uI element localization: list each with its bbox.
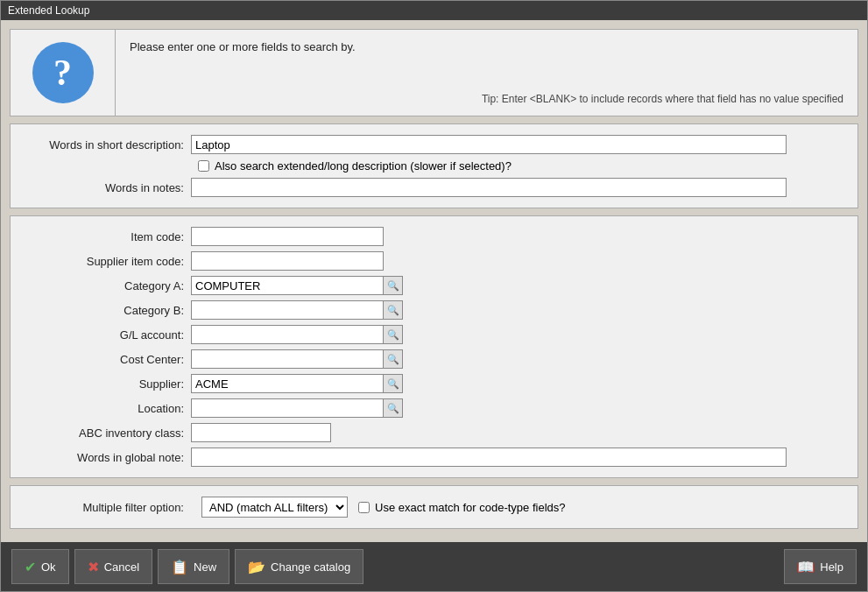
- category-a-input-group: 🔍: [191, 276, 403, 295]
- new-label: New: [194, 560, 216, 574]
- also-search-checkbox[interactable]: [198, 160, 209, 172]
- filter-section: Multiple filter option: AND (match ALL f…: [10, 485, 858, 529]
- location-label: Location:: [25, 402, 191, 415]
- question-icon: ?: [32, 42, 94, 103]
- also-search-row: Also search extended/long description (s…: [198, 159, 843, 173]
- exact-match-checkbox[interactable]: [358, 502, 370, 513]
- top-form-section: Words in short description: Also search …: [10, 123, 858, 208]
- info-text-area: Please enter one or more fields to searc…: [116, 30, 857, 116]
- item-code-row: Item code:: [25, 227, 843, 246]
- bottom-left-buttons: ✔ Ok ✖ Cancel 📋 New 📂 Change catalog: [11, 549, 363, 584]
- search-icon: 🔍: [387, 403, 399, 414]
- search-icon: 🔍: [387, 280, 399, 292]
- search-icon: 🔍: [387, 378, 399, 390]
- exact-match-label: Use exact match for code-type fields?: [375, 501, 566, 514]
- cancel-label: Cancel: [104, 560, 139, 574]
- gl-account-input-group: 🔍: [191, 325, 403, 344]
- category-b-label: Category B:: [25, 304, 191, 317]
- cost-center-label: Cost Center:: [25, 353, 191, 366]
- cost-center-row: Cost Center: 🔍: [25, 349, 843, 369]
- info-panel: ? Please enter one or more fields to sea…: [10, 29, 858, 116]
- global-note-input[interactable]: [191, 448, 787, 467]
- category-a-label: Category A:: [25, 279, 191, 292]
- new-button[interactable]: 📋 New: [158, 549, 229, 584]
- short-desc-input[interactable]: [191, 135, 787, 154]
- title-bar: Extended Lookup: [1, 1, 867, 20]
- global-note-row: Words in global note:: [25, 448, 843, 467]
- cancel-button[interactable]: ✖ Cancel: [74, 549, 152, 584]
- ok-icon: ✔: [25, 559, 36, 575]
- change-catalog-label: Change catalog: [271, 560, 350, 574]
- bottom-bar: ✔ Ok ✖ Cancel 📋 New 📂 Change catalog 📖 H…: [1, 542, 867, 591]
- category-a-search-btn[interactable]: 🔍: [384, 276, 403, 295]
- info-main-text: Please enter one or more fields to searc…: [130, 40, 843, 53]
- gl-account-input[interactable]: [191, 325, 384, 344]
- extended-lookup-window: Extended Lookup ? Please enter one or mo…: [0, 0, 868, 592]
- words-in-notes-row: Words in notes:: [25, 178, 843, 197]
- cost-center-search-btn[interactable]: 🔍: [384, 349, 403, 369]
- supplier-item-code-label: Supplier item code:: [25, 255, 191, 268]
- gl-account-label: G/L account:: [25, 328, 191, 342]
- category-a-row: Category A: 🔍: [25, 276, 843, 295]
- multiple-filter-select[interactable]: AND (match ALL filters) OR (match ANY fi…: [201, 497, 348, 518]
- abc-class-input[interactable]: [191, 423, 331, 442]
- search-icon: 🔍: [387, 354, 399, 365]
- cost-center-input-group: 🔍: [191, 349, 403, 369]
- supplier-item-code-input[interactable]: [191, 251, 384, 271]
- location-input-group: 🔍: [191, 398, 403, 418]
- location-search-btn[interactable]: 🔍: [384, 398, 403, 418]
- supplier-input-group: 🔍: [191, 374, 403, 393]
- also-search-label: Also search extended/long description (s…: [215, 159, 512, 173]
- change-catalog-icon: 📂: [248, 559, 265, 575]
- window-title: Extended Lookup: [8, 4, 89, 17]
- middle-form-section: Item code: Supplier item code: Category …: [10, 215, 858, 478]
- location-input[interactable]: [191, 398, 384, 418]
- info-icon-area: ?: [11, 30, 116, 116]
- supplier-item-code-row: Supplier item code:: [25, 251, 843, 271]
- short-desc-row: Words in short description:: [25, 135, 843, 154]
- help-label: Help: [820, 560, 843, 574]
- ok-button[interactable]: ✔ Ok: [11, 549, 69, 584]
- category-b-row: Category B: 🔍: [25, 300, 843, 320]
- gl-account-row: G/L account: 🔍: [25, 325, 843, 344]
- cancel-icon: ✖: [88, 559, 99, 575]
- location-row: Location: 🔍: [25, 398, 843, 418]
- abc-class-label: ABC inventory class:: [25, 426, 191, 440]
- multiple-filter-label: Multiple filter option:: [25, 501, 191, 514]
- content-area: ? Please enter one or more fields to sea…: [1, 20, 867, 542]
- words-in-notes-input[interactable]: [191, 178, 787, 197]
- help-icon: 📖: [797, 559, 815, 575]
- item-code-input[interactable]: [191, 227, 384, 246]
- supplier-input[interactable]: [191, 374, 384, 393]
- supplier-row: Supplier: 🔍: [25, 374, 843, 393]
- exact-match-area: Use exact match for code-type fields?: [358, 501, 566, 514]
- abc-class-row: ABC inventory class:: [25, 423, 843, 442]
- cost-center-input[interactable]: [191, 349, 384, 369]
- item-code-label: Item code:: [25, 230, 191, 243]
- search-icon: 🔍: [387, 329, 399, 341]
- gl-account-search-btn[interactable]: 🔍: [384, 325, 403, 344]
- filter-row: Multiple filter option: AND (match ALL f…: [25, 497, 843, 518]
- help-button[interactable]: 📖 Help: [784, 549, 857, 584]
- words-in-notes-label: Words in notes:: [25, 181, 191, 194]
- short-desc-label: Words in short description:: [25, 138, 191, 152]
- supplier-search-btn[interactable]: 🔍: [384, 374, 403, 393]
- new-icon: 📋: [171, 559, 188, 575]
- category-b-input[interactable]: [191, 300, 384, 320]
- ok-label: Ok: [41, 560, 56, 574]
- change-catalog-button[interactable]: 📂 Change catalog: [235, 549, 363, 584]
- category-b-input-group: 🔍: [191, 300, 403, 320]
- category-a-input[interactable]: [191, 276, 384, 295]
- supplier-label: Supplier:: [25, 377, 191, 391]
- global-note-label: Words in global note:: [25, 451, 191, 464]
- category-b-search-btn[interactable]: 🔍: [384, 300, 403, 320]
- info-tip-text: Tip: Enter <BLANK> to include records wh…: [130, 93, 843, 105]
- search-icon: 🔍: [387, 305, 399, 316]
